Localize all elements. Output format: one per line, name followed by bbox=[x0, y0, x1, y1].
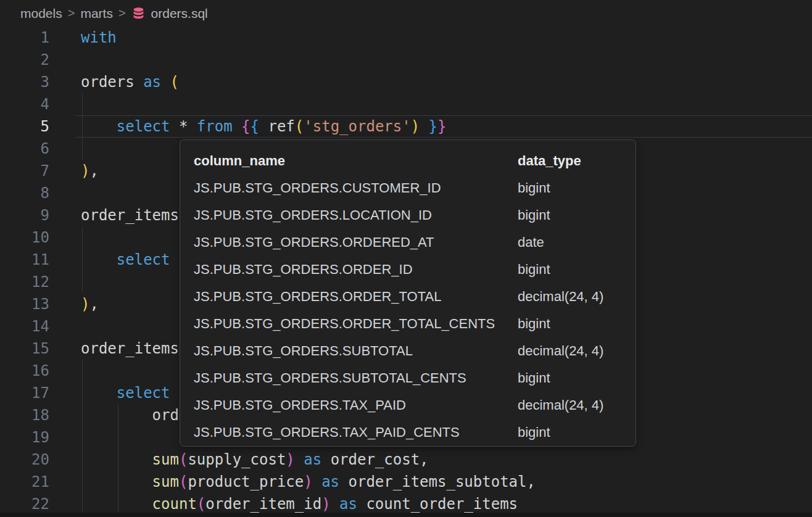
code-line[interactable]: 1with bbox=[0, 27, 812, 49]
column-row: JS.PUB.STG_ORDERS.SUBTOTAL_CENTSbigint bbox=[180, 365, 636, 392]
breadcrumb-item-models[interactable]: models bbox=[20, 6, 62, 21]
column-name-header: column_name bbox=[194, 147, 285, 175]
column-row: JS.PUB.STG_ORDERS.ORDERED_ATdate bbox=[180, 229, 636, 256]
code-text: count(order_item_id) as count_order_item… bbox=[81, 493, 518, 515]
data-type-cell: decimal(24, 4) bbox=[518, 283, 603, 310]
chevron-right-icon: > bbox=[118, 6, 126, 20]
indent-guide bbox=[82, 360, 83, 382]
code-text: order_items bbox=[81, 337, 179, 360]
code-text: select * from {{ ref('stg_orders') }} bbox=[81, 115, 446, 138]
code-line[interactable]: 20 sum(supply_cost) as order_cost, bbox=[0, 449, 812, 471]
line-number[interactable]: 8 bbox=[0, 182, 49, 204]
code-line[interactable]: 22 count(order_item_id) as count_order_i… bbox=[0, 493, 812, 515]
line-number[interactable]: 9 bbox=[0, 204, 49, 226]
column-row: JS.PUB.STG_ORDERS.ORDER_IDbigint bbox=[180, 256, 636, 283]
chevron-right-icon: > bbox=[68, 6, 75, 20]
code-text: select bbox=[81, 382, 170, 404]
line-number[interactable]: 4 bbox=[0, 93, 49, 115]
column-row: JS.PUB.STG_ORDERS.TAX_PAID_CENTSbigint bbox=[180, 419, 636, 446]
line-number[interactable]: 11 bbox=[0, 249, 49, 271]
line-number[interactable]: 2 bbox=[0, 49, 49, 71]
editor-bottom-strip bbox=[0, 513, 812, 517]
data-type-cell: bigint bbox=[518, 202, 550, 229]
code-line[interactable]: 21 sum(product_price) as order_items_sub… bbox=[0, 471, 812, 493]
code-line[interactable]: 4 bbox=[0, 93, 812, 115]
column-info-popup: column_name data_type JS.PUB.STG_ORDERS.… bbox=[180, 139, 636, 447]
breadcrumb: models > marts > orders.sql bbox=[0, 0, 812, 27]
data-type-cell: decimal(24, 4) bbox=[518, 392, 603, 419]
line-number[interactable]: 21 bbox=[0, 471, 49, 493]
column-row: JS.PUB.STG_ORDERS.ORDER_TOTALdecimal(24,… bbox=[180, 283, 636, 310]
data-type-cell: bigint bbox=[518, 310, 550, 337]
data-type-cell: decimal(24, 4) bbox=[518, 337, 603, 365]
line-number[interactable]: 6 bbox=[0, 138, 49, 160]
indent-guide bbox=[82, 271, 83, 293]
code-line[interactable]: 2 bbox=[0, 49, 812, 71]
line-number[interactable]: 15 bbox=[0, 337, 49, 360]
line-number[interactable]: 14 bbox=[0, 315, 49, 337]
line-number[interactable]: 1 bbox=[0, 27, 49, 49]
line-number[interactable]: 18 bbox=[0, 404, 49, 426]
breadcrumb-item-filename[interactable]: orders.sql bbox=[151, 6, 208, 21]
line-number[interactable]: 7 bbox=[0, 160, 49, 182]
line-number[interactable]: 5 bbox=[0, 115, 49, 138]
code-line[interactable]: 5 select * from {{ ref('stg_orders') }} bbox=[0, 115, 812, 138]
data-type-cell: date bbox=[518, 229, 544, 256]
indent-guide bbox=[82, 93, 83, 115]
database-icon bbox=[131, 7, 146, 21]
column-name-cell: JS.PUB.STG_ORDERS.CUSTOMER_ID bbox=[194, 175, 441, 202]
column-name-cell: JS.PUB.STG_ORDERS.TAX_PAID_CENTS bbox=[194, 419, 460, 446]
editor-window: models > marts > orders.sql 1with23order… bbox=[0, 0, 812, 517]
data-type-cell: bigint bbox=[518, 419, 550, 446]
data-type-cell: bigint bbox=[518, 365, 550, 392]
code-text: orders as ( bbox=[81, 71, 179, 93]
column-name-cell: JS.PUB.STG_ORDERS.ORDERED_AT bbox=[194, 229, 434, 256]
line-number[interactable]: 10 bbox=[0, 226, 49, 249]
column-name-cell: JS.PUB.STG_ORDERS.ORDER_TOTAL bbox=[194, 283, 441, 310]
column-row: JS.PUB.STG_ORDERS.TAX_PAIDdecimal(24, 4) bbox=[180, 392, 636, 419]
data-type-cell: bigint bbox=[518, 175, 550, 202]
indent-guide bbox=[82, 138, 83, 160]
column-row: JS.PUB.STG_ORDERS.CUSTOMER_IDbigint bbox=[180, 175, 636, 202]
line-number[interactable]: 16 bbox=[0, 360, 49, 382]
indent-guide bbox=[82, 426, 83, 449]
code-text: ), bbox=[81, 160, 99, 182]
column-row: JS.PUB.STG_ORDERS.ORDER_TOTAL_CENTSbigin… bbox=[180, 310, 636, 337]
code-text: ), bbox=[81, 293, 99, 315]
column-name-cell: JS.PUB.STG_ORDERS.LOCATION_ID bbox=[194, 202, 432, 229]
code-text: with bbox=[81, 27, 117, 49]
code-line[interactable]: 3orders as ( bbox=[0, 71, 812, 93]
column-row: JS.PUB.STG_ORDERS.LOCATION_IDbigint bbox=[180, 202, 636, 229]
code-text: ord bbox=[81, 404, 179, 426]
code-text: order_items bbox=[81, 204, 179, 226]
code-text: sum(supply_cost) as order_cost, bbox=[81, 449, 429, 471]
line-number[interactable]: 22 bbox=[0, 493, 49, 515]
code-text: select bbox=[81, 249, 170, 271]
code-text: sum(product_price) as order_items_subtot… bbox=[81, 471, 536, 493]
column-name-cell: JS.PUB.STG_ORDERS.SUBTOTAL bbox=[194, 337, 413, 365]
indent-guide bbox=[82, 226, 83, 249]
line-number[interactable]: 12 bbox=[0, 271, 49, 293]
indent-guide bbox=[118, 426, 118, 449]
line-number[interactable]: 13 bbox=[0, 293, 49, 315]
breadcrumb-item-marts[interactable]: marts bbox=[80, 6, 113, 21]
column-name-cell: JS.PUB.STG_ORDERS.ORDER_ID bbox=[194, 256, 413, 283]
column-name-cell: JS.PUB.STG_ORDERS.TAX_PAID bbox=[194, 392, 406, 419]
line-number[interactable]: 17 bbox=[0, 382, 49, 404]
popup-header-row: column_name data_type bbox=[180, 147, 636, 175]
column-row: JS.PUB.STG_ORDERS.SUBTOTALdecimal(24, 4) bbox=[180, 337, 636, 365]
line-number[interactable]: 3 bbox=[0, 71, 49, 93]
data-type-header: data_type bbox=[518, 147, 581, 175]
column-name-cell: JS.PUB.STG_ORDERS.ORDER_TOTAL_CENTS bbox=[194, 310, 495, 337]
data-type-cell: bigint bbox=[518, 256, 550, 283]
column-name-cell: JS.PUB.STG_ORDERS.SUBTOTAL_CENTS bbox=[194, 365, 466, 392]
line-number[interactable]: 19 bbox=[0, 426, 49, 449]
line-number[interactable]: 20 bbox=[0, 449, 49, 471]
